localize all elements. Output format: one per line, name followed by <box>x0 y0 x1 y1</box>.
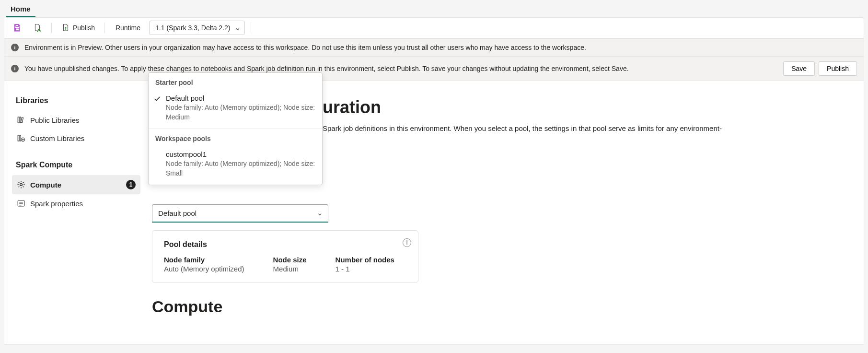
svg-rect-5 <box>14 68 15 70</box>
separator <box>51 23 52 33</box>
sidebar-item-label: Spark properties <box>30 200 83 208</box>
pool-details-heading: Pool details <box>164 240 406 249</box>
sidebar-item-custom-libraries[interactable]: Custom Libraries <box>12 129 140 147</box>
public-libraries-icon <box>17 116 25 124</box>
info-icon <box>11 44 19 51</box>
svg-rect-0 <box>16 24 18 26</box>
check-icon <box>153 95 161 104</box>
separator <box>104 23 105 33</box>
svg-rect-1 <box>15 28 19 31</box>
banner-publish-button[interactable]: Publish <box>819 61 857 76</box>
svg-point-2 <box>14 46 15 47</box>
num-nodes-value: 1 - 1 <box>336 265 394 273</box>
unpublished-banner-text: You have unpublished changes. To apply t… <box>24 65 629 72</box>
dropdown-section-starter: Starter pool <box>149 73 322 90</box>
node-size-label: Node size <box>273 256 307 264</box>
publish-label: Publish <box>73 24 95 32</box>
compute-heading: Compute <box>152 297 847 316</box>
svg-point-11 <box>20 184 23 186</box>
toolbar: Publish Runtime 1.1 (Spark 3.3, Delta 2.… <box>4 17 864 38</box>
sidebar-item-label: Compute <box>30 181 61 189</box>
content: uration Spark job definitions in this en… <box>148 81 864 344</box>
save-icon <box>13 24 22 32</box>
svg-rect-3 <box>14 47 15 49</box>
tab-home[interactable]: Home <box>6 2 35 17</box>
page-title-fragment: uration <box>323 97 847 118</box>
sidebar: Libraries Public Libraries Custom Librar… <box>4 81 148 344</box>
pool-details-card: i Pool details Node family Auto (Memory … <box>152 230 418 283</box>
info-icon[interactable]: i <box>403 238 411 247</box>
refresh-doc-button[interactable] <box>29 21 46 35</box>
sidebar-heading-libraries: Libraries <box>16 96 137 105</box>
num-nodes-label: Number of nodes <box>336 256 394 264</box>
dropdown-section-workspace: Workspace pools <box>149 129 322 146</box>
svg-rect-8 <box>18 135 19 141</box>
save-icon-button[interactable] <box>9 21 25 35</box>
publish-button[interactable]: Publish <box>58 21 99 35</box>
svg-point-4 <box>14 67 15 68</box>
preview-banner-text: Environment is in Preview. Other users i… <box>24 44 586 51</box>
gear-icon <box>17 180 25 189</box>
chevron-down-icon: ⌄ <box>317 209 323 217</box>
document-refresh-icon <box>33 24 42 32</box>
dropdown-item-title: custompool1 <box>166 150 315 158</box>
svg-rect-9 <box>20 135 21 141</box>
svg-rect-6 <box>18 117 19 123</box>
sidebar-item-compute[interactable]: Compute 1 <box>12 175 140 194</box>
dropdown-item-default-pool[interactable]: Default pool Node family: Auto (Memory o… <box>149 90 322 129</box>
custom-libraries-icon <box>17 134 25 142</box>
compute-badge: 1 <box>126 180 136 189</box>
sidebar-item-spark-properties[interactable]: Spark properties <box>12 194 140 212</box>
dropdown-item-custompool1[interactable]: custompool1 Node family: Auto (Memory op… <box>149 146 322 185</box>
sidebar-item-label: Custom Libraries <box>30 134 84 142</box>
node-size-value: Medium <box>273 265 307 273</box>
separator <box>251 23 251 33</box>
pool-select-input[interactable]: Default pool ⌄ <box>152 204 328 223</box>
publish-icon <box>61 24 70 32</box>
pool-select-value: Default pool <box>158 209 197 217</box>
info-icon <box>11 65 19 72</box>
sidebar-item-label: Public Libraries <box>30 116 80 124</box>
dropdown-item-title: Default pool <box>166 94 315 102</box>
pool-dropdown-popup: Starter pool Default pool Node family: A… <box>148 72 323 185</box>
properties-icon <box>17 199 25 208</box>
sidebar-heading-spark-compute: Spark Compute <box>16 161 137 169</box>
banner-save-button[interactable]: Save <box>783 61 815 76</box>
node-family-value: Auto (Memory optimized) <box>164 265 244 273</box>
node-family-label: Node family <box>164 256 244 264</box>
sidebar-item-public-libraries[interactable]: Public Libraries <box>12 111 140 129</box>
preview-banner: Environment is in Preview. Other users i… <box>4 38 864 57</box>
unpublished-banner: You have unpublished changes. To apply t… <box>4 57 864 81</box>
runtime-label[interactable]: Runtime <box>111 21 145 35</box>
runtime-dropdown[interactable]: 1.1 (Spark 3.3, Delta 2.2) <box>149 21 245 35</box>
dropdown-item-desc: Node family: Auto (Memory optimized); No… <box>166 159 315 178</box>
page-body-fragment: Spark job definitions in this environmen… <box>323 124 847 132</box>
dropdown-item-desc: Node family: Auto (Memory optimized); No… <box>166 103 315 122</box>
